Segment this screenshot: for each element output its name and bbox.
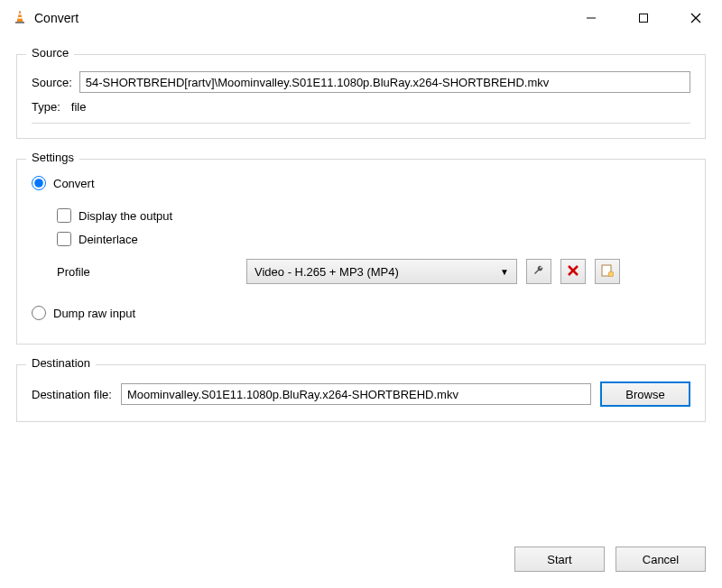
destination-group-title: Destination — [26, 356, 96, 370]
display-output-checkbox[interactable] — [57, 208, 71, 223]
svg-marker-0 — [17, 11, 23, 22]
browse-button[interactable]: Browse — [600, 381, 690, 407]
display-output-label: Display the output — [79, 209, 172, 223]
vlc-icon — [13, 10, 27, 27]
window-title: Convert — [34, 11, 79, 25]
source-groupbox: Source Source: Type: file — [16, 54, 706, 139]
profile-combobox[interactable]: Video - H.265 + MP3 (MP4) ▼ — [246, 259, 517, 284]
svg-point-11 — [608, 271, 614, 277]
profile-value: Video - H.265 + MP3 (MP4) — [255, 265, 399, 279]
svg-rect-5 — [640, 14, 648, 23]
settings-group-title: Settings — [26, 151, 79, 164]
browse-button-label: Browse — [625, 388, 664, 401]
delete-x-icon — [568, 265, 579, 279]
source-group-title: Source — [26, 46, 74, 60]
settings-groupbox: Settings Convert Display the output Dein… — [16, 159, 706, 345]
cancel-button[interactable]: Cancel — [616, 547, 706, 572]
type-value: file — [68, 100, 87, 114]
content-area: Source Source: Type: file Settings Conve… — [0, 36, 722, 547]
cancel-button-label: Cancel — [643, 553, 679, 566]
source-separator — [32, 123, 690, 124]
new-profile-icon — [601, 264, 614, 280]
maximize-button[interactable] — [617, 0, 670, 36]
start-button[interactable]: Start — [514, 547, 605, 572]
deinterlace-checkbox[interactable] — [57, 232, 71, 246]
source-input[interactable] — [79, 71, 690, 93]
svg-rect-2 — [18, 17, 23, 19]
titlebar: Convert — [0, 0, 722, 36]
destination-file-input[interactable] — [121, 383, 591, 405]
source-label: Source: — [32, 76, 72, 89]
svg-rect-1 — [18, 14, 21, 14]
edit-profile-button[interactable] — [526, 259, 551, 284]
close-button[interactable] — [670, 0, 722, 36]
type-label: Type: — [32, 100, 60, 114]
new-profile-button[interactable] — [595, 259, 620, 284]
start-button-label: Start — [547, 553, 571, 566]
delete-profile-button[interactable] — [560, 259, 586, 284]
wrench-icon — [532, 264, 545, 280]
dump-raw-radio[interactable] — [32, 306, 46, 320]
profile-label: Profile — [57, 265, 237, 279]
svg-rect-3 — [15, 22, 24, 23]
minimize-button[interactable] — [565, 0, 617, 36]
destination-groupbox: Destination Destination file: Browse — [16, 364, 706, 422]
titlebar-left: Convert — [13, 10, 79, 27]
window-controls — [565, 0, 722, 36]
convert-radio[interactable] — [32, 176, 46, 190]
footer-buttons: Start Cancel — [0, 547, 722, 588]
chevron-down-icon: ▼ — [500, 267, 509, 277]
convert-radio-label: Convert — [53, 177, 95, 190]
destination-file-label: Destination file: — [32, 388, 112, 401]
deinterlace-label: Deinterlace — [79, 233, 138, 246]
convert-window: Convert Source Source: Type: file — [0, 0, 722, 588]
dump-raw-label: Dump raw input — [53, 307, 135, 320]
